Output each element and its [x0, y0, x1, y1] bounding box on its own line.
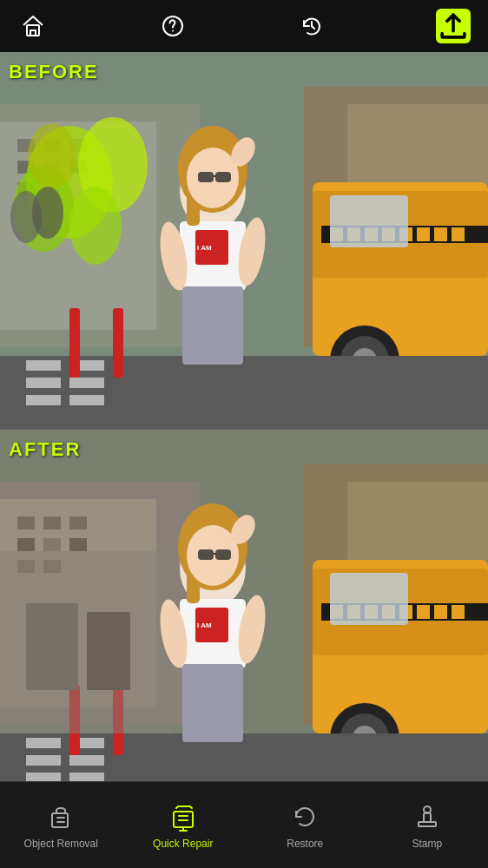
svg-rect-34: [26, 378, 61, 388]
svg-rect-27: [452, 227, 465, 241]
stamp-tool[interactable]: Stamp: [366, 801, 489, 850]
svg-text:I AM: I AM: [197, 621, 212, 629]
restore-tool[interactable]: Restore: [244, 801, 366, 850]
svg-rect-65: [17, 516, 35, 529]
svg-text:I AM: I AM: [197, 244, 212, 252]
object-removal-tool[interactable]: Object Removal: [0, 801, 122, 850]
svg-rect-112: [198, 549, 214, 560]
svg-rect-100: [26, 603, 78, 690]
svg-rect-68: [17, 538, 35, 551]
before-label: BEFORE: [9, 61, 99, 83]
svg-rect-70: [69, 538, 87, 551]
export-button[interactable]: [436, 9, 471, 43]
svg-rect-38: [69, 395, 104, 405]
svg-rect-52: [215, 172, 231, 182]
quick-repair-icon: [168, 801, 199, 832]
svg-rect-28: [330, 195, 408, 247]
svg-rect-86: [330, 573, 408, 625]
before-section: I AM BEFORE: [0, 52, 488, 430]
svg-rect-51: [198, 172, 214, 182]
stamp-label: Stamp: [412, 838, 442, 850]
history-button[interactable]: [296, 10, 327, 42]
svg-rect-106: [182, 664, 243, 742]
restore-label: Restore: [287, 838, 323, 850]
svg-rect-92: [26, 755, 61, 766]
svg-point-58: [69, 187, 122, 265]
restore-icon: [289, 801, 320, 832]
svg-rect-91: [26, 738, 61, 748]
images-area: I AM BEFORE: [0, 52, 488, 807]
svg-rect-25: [417, 227, 430, 241]
stamp-icon: [412, 801, 443, 832]
svg-rect-113: [215, 549, 231, 560]
svg-rect-40: [113, 308, 123, 378]
after-section: I AM AFTER: [0, 430, 488, 807]
svg-point-3: [172, 30, 174, 32]
after-label: AFTER: [9, 438, 81, 461]
bottom-toolbar: Object Removal Quick Repair Restore: [0, 781, 488, 868]
svg-rect-69: [43, 538, 61, 551]
svg-rect-67: [69, 516, 87, 529]
object-removal-label: Object Removal: [24, 838, 98, 850]
svg-rect-66: [43, 516, 61, 529]
svg-rect-85: [452, 605, 465, 619]
svg-rect-124: [419, 822, 436, 826]
home-button[interactable]: [17, 10, 49, 42]
svg-rect-26: [434, 227, 447, 241]
svg-rect-95: [69, 755, 104, 766]
svg-rect-101: [87, 612, 130, 690]
svg-rect-1: [30, 30, 36, 36]
svg-rect-33: [26, 360, 61, 371]
quick-repair-label: Quick Repair: [153, 838, 213, 850]
quick-repair-tool[interactable]: Quick Repair: [122, 801, 245, 850]
svg-point-61: [32, 187, 63, 239]
svg-point-59: [28, 123, 76, 189]
svg-rect-35: [26, 395, 61, 405]
svg-rect-84: [434, 605, 447, 619]
svg-rect-39: [69, 308, 80, 378]
object-removal-icon: [45, 801, 76, 832]
help-button[interactable]: [157, 10, 188, 42]
top-bar: [0, 0, 488, 52]
svg-rect-83: [417, 605, 430, 619]
svg-rect-37: [69, 378, 104, 388]
svg-rect-45: [182, 286, 243, 365]
svg-rect-116: [52, 813, 68, 827]
